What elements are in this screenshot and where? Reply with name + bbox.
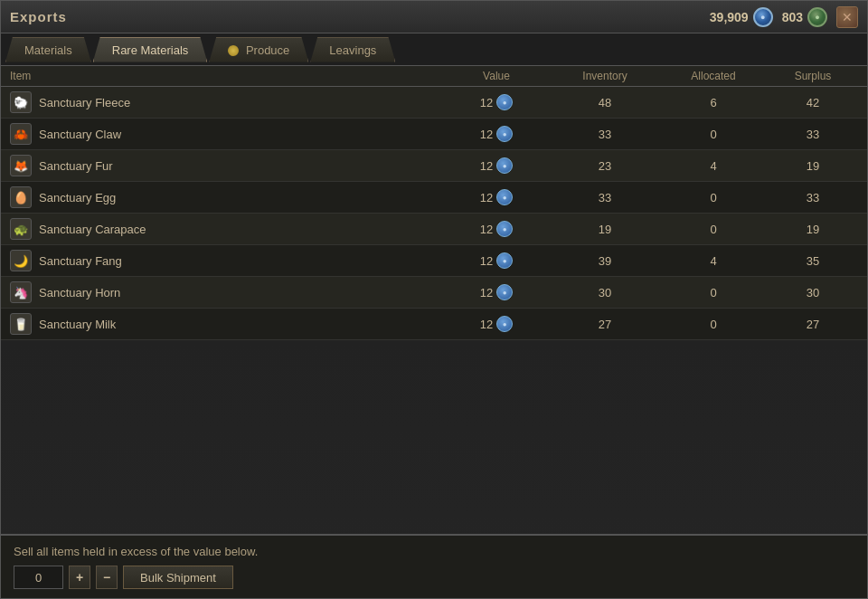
- surplus-cell: 30: [768, 286, 858, 300]
- tab-rare-materials[interactable]: Rare Materials: [93, 37, 208, 62]
- col-allocated: Allocated: [659, 70, 768, 82]
- table-row[interactable]: 🥛 Sanctuary Milk 12 ● 27 0 27: [1, 309, 867, 340]
- value-currency-icon: ●: [496, 221, 513, 237]
- allocated-cell: 0: [659, 318, 768, 331]
- surplus-cell: 35: [768, 254, 858, 268]
- item-icon: 🐢: [10, 218, 32, 240]
- tab-leavings[interactable]: Leavings: [310, 37, 395, 62]
- surplus-cell: 42: [768, 96, 858, 109]
- value-cell: 12 ●: [442, 284, 551, 300]
- value-cell: 12 ●: [442, 252, 551, 269]
- table-header: Item Value Inventory Allocated Surplus: [1, 66, 867, 87]
- tabs-row: Materials Rare Materials Produce Leaving…: [1, 33, 867, 66]
- scrip-amount: 803: [782, 10, 803, 24]
- value-number: 12: [480, 191, 493, 204]
- item-cell: 🐑 Sanctuary Fleece: [10, 91, 442, 113]
- exports-window: Exports 39,909 ● 803 ● ✕ Materials Rare …: [0, 0, 868, 599]
- allocated-cell: 6: [659, 96, 768, 109]
- increment-button[interactable]: +: [69, 566, 90, 589]
- table-container: Item Value Inventory Allocated Surplus 🐑…: [1, 66, 867, 534]
- inventory-cell: 30: [551, 286, 659, 300]
- item-icon: 🐑: [10, 91, 32, 113]
- inventory-cell: 23: [551, 159, 659, 173]
- col-inventory: Inventory: [551, 70, 659, 82]
- footer-controls: + − Bulk Shipment: [14, 566, 854, 589]
- value-number: 12: [480, 96, 493, 109]
- col-surplus: Surplus: [768, 70, 858, 82]
- table-row[interactable]: 🐑 Sanctuary Fleece 12 ● 48 6 42: [1, 87, 867, 119]
- gil-icon: ●: [753, 7, 773, 27]
- col-value: Value: [442, 70, 551, 82]
- item-name: Sanctuary Egg: [39, 191, 116, 204]
- inventory-cell: 33: [551, 191, 659, 204]
- item-name: Sanctuary Horn: [39, 286, 120, 300]
- value-number: 12: [480, 286, 493, 300]
- item-cell: 🦊 Sanctuary Fur: [10, 155, 442, 176]
- item-cell: 🐢 Sanctuary Carapace: [10, 218, 442, 240]
- value-number: 12: [480, 254, 493, 268]
- col-item: Item: [10, 70, 442, 82]
- table-row[interactable]: 🐢 Sanctuary Carapace 12 ● 19 0 19: [1, 214, 867, 245]
- inventory-cell: 27: [551, 318, 659, 331]
- tab-produce-label: Produce: [246, 43, 289, 57]
- surplus-cell: 19: [768, 223, 858, 236]
- footer-area: Sell all items held in excess of the val…: [1, 534, 867, 598]
- table-row[interactable]: 🦊 Sanctuary Fur 12 ● 23 4 19: [1, 150, 867, 182]
- table-row[interactable]: 🦄 Sanctuary Horn 12 ● 30 0 30: [1, 277, 867, 309]
- value-cell: 12 ●: [442, 126, 551, 142]
- value-number: 12: [480, 159, 493, 173]
- footer-description: Sell all items held in excess of the val…: [14, 545, 854, 558]
- surplus-cell: 19: [768, 159, 858, 173]
- item-name: Sanctuary Fur: [39, 159, 113, 173]
- table-row[interactable]: 🌙 Sanctuary Fang 12 ● 39 4 35: [1, 245, 867, 277]
- item-icon: 🌙: [10, 250, 32, 271]
- table-row[interactable]: 🥚 Sanctuary Egg 12 ● 33 0 33: [1, 182, 867, 214]
- value-currency-icon: ●: [496, 94, 513, 110]
- value-cell: 12 ●: [442, 189, 551, 205]
- value-number: 12: [480, 128, 493, 141]
- title-bar-left: Exports: [10, 9, 67, 24]
- tab-materials-label: Materials: [24, 43, 72, 57]
- allocated-cell: 0: [659, 223, 768, 236]
- bulk-shipment-button[interactable]: Bulk Shipment: [123, 566, 233, 589]
- table-body: 🐑 Sanctuary Fleece 12 ● 48 6 42 🦀 Sanctu…: [1, 87, 867, 340]
- item-cell: 🥚 Sanctuary Egg: [10, 186, 442, 208]
- item-icon: 🥛: [10, 313, 32, 335]
- item-name: Sanctuary Fang: [39, 254, 122, 268]
- inventory-cell: 19: [551, 223, 659, 236]
- value-currency-icon: ●: [496, 252, 513, 269]
- value-currency-icon: ●: [496, 316, 513, 332]
- title-bar: Exports 39,909 ● 803 ● ✕: [1, 1, 867, 33]
- item-icon: 🦀: [10, 123, 32, 145]
- value-currency-icon: ●: [496, 157, 513, 174]
- value-cell: 12 ●: [442, 221, 551, 237]
- allocated-cell: 4: [659, 254, 768, 268]
- value-currency-icon: ●: [496, 284, 513, 300]
- item-cell: 🦀 Sanctuary Claw: [10, 123, 442, 145]
- tab-leavings-label: Leavings: [329, 43, 376, 57]
- tab-produce-indicator: [228, 45, 239, 56]
- gil-amount: 39,909: [710, 10, 749, 24]
- allocated-cell: 0: [659, 191, 768, 204]
- window-title: Exports: [10, 9, 67, 24]
- inventory-cell: 39: [551, 254, 659, 268]
- title-bar-right: 39,909 ● 803 ● ✕: [710, 6, 858, 28]
- item-icon: 🦊: [10, 155, 32, 176]
- surplus-cell: 33: [768, 128, 858, 141]
- value-cell: 12 ●: [442, 94, 551, 110]
- table-row[interactable]: 🦀 Sanctuary Claw 12 ● 33 0 33: [1, 119, 867, 150]
- allocated-cell: 0: [659, 286, 768, 300]
- item-name: Sanctuary Fleece: [39, 96, 130, 109]
- allocated-cell: 4: [659, 159, 768, 173]
- quantity-input[interactable]: [14, 566, 63, 589]
- currency-scrip: 803 ●: [782, 7, 827, 27]
- content-area: Item Value Inventory Allocated Surplus 🐑…: [1, 66, 867, 598]
- decrement-button[interactable]: −: [96, 566, 118, 589]
- value-cell: 12 ●: [442, 157, 551, 174]
- item-cell: 🌙 Sanctuary Fang: [10, 250, 442, 271]
- close-button[interactable]: ✕: [836, 6, 858, 28]
- item-cell: 🦄 Sanctuary Horn: [10, 281, 442, 303]
- tab-produce[interactable]: Produce: [209, 37, 308, 62]
- tab-materials[interactable]: Materials: [5, 37, 91, 62]
- surplus-cell: 27: [768, 318, 858, 331]
